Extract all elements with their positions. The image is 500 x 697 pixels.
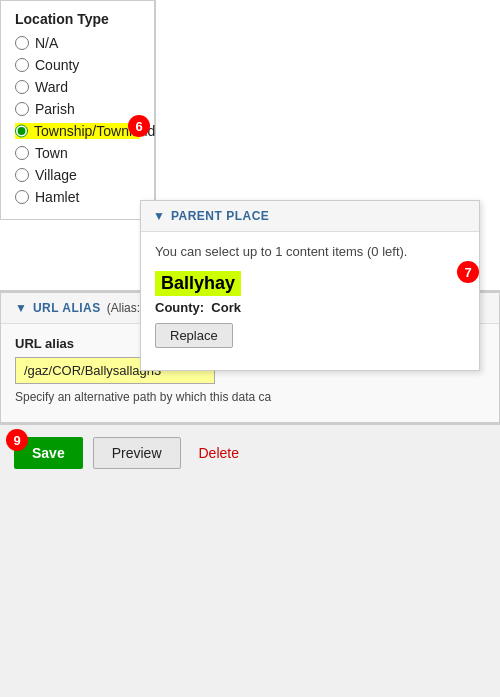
- delete-button[interactable]: Delete: [191, 438, 247, 468]
- radio-town-input[interactable]: [15, 146, 29, 160]
- radio-county[interactable]: County: [15, 57, 140, 73]
- radio-na[interactable]: N/A: [15, 35, 140, 51]
- parent-place-hint: You can select up to 1 content items (0 …: [155, 244, 465, 259]
- parent-place-body: You can select up to 1 content items (0 …: [141, 232, 479, 370]
- location-type-panel: Location Type N/A County Ward: [0, 0, 155, 220]
- radio-group: N/A County Ward Parish: [15, 35, 140, 205]
- radio-parish-input[interactable]: [15, 102, 29, 116]
- radio-ward[interactable]: Ward: [15, 79, 140, 95]
- radio-town-label: Town: [35, 145, 68, 161]
- location-type-title: Location Type: [15, 11, 140, 27]
- badge-6: 6: [128, 115, 150, 137]
- radio-na-input[interactable]: [15, 36, 29, 50]
- radio-county-label: County: [35, 57, 79, 73]
- parent-place-header: ▼ PARENT PLACE: [141, 201, 479, 232]
- radio-parish-label: Parish: [35, 101, 75, 117]
- url-alias-collapse-icon[interactable]: ▼: [15, 301, 27, 315]
- radio-county-input[interactable]: [15, 58, 29, 72]
- main-container: Location Type N/A County Ward: [0, 0, 500, 481]
- radio-hamlet[interactable]: Hamlet: [15, 189, 140, 205]
- collapse-triangle-icon[interactable]: ▼: [153, 209, 165, 223]
- top-section: Location Type N/A County Ward: [0, 0, 500, 292]
- badge-9: 9: [6, 429, 28, 451]
- radio-township-input[interactable]: [15, 124, 28, 138]
- place-county: County: Cork: [155, 300, 465, 315]
- county-label: County:: [155, 300, 204, 315]
- county-value: Cork: [211, 300, 241, 315]
- place-name: Ballyhay: [155, 271, 241, 296]
- url-alias-title: URL ALIAS: [33, 301, 101, 315]
- parent-place-title: PARENT PLACE: [171, 209, 269, 223]
- radio-ward-input[interactable]: [15, 80, 29, 94]
- place-item: Ballyhay 7 County: Cork Replace: [155, 271, 465, 348]
- radio-township[interactable]: Township/Townland 6: [15, 123, 140, 139]
- radio-na-label: N/A: [35, 35, 58, 51]
- radio-village[interactable]: Village: [15, 167, 140, 183]
- radio-village-input[interactable]: [15, 168, 29, 182]
- save-wrapper: 9 Save: [14, 437, 83, 469]
- radio-village-label: Village: [35, 167, 77, 183]
- radio-parish[interactable]: Parish: [15, 101, 140, 117]
- badge-7: 7: [457, 261, 479, 283]
- preview-button[interactable]: Preview: [93, 437, 181, 469]
- parent-place-panel: ▼ PARENT PLACE You can select up to 1 co…: [140, 200, 480, 371]
- url-alias-description: Specify an alternative path by which thi…: [15, 390, 485, 404]
- radio-hamlet-label: Hamlet: [35, 189, 79, 205]
- bottom-toolbar: 9 Save Preview Delete: [0, 423, 500, 481]
- replace-button[interactable]: Replace: [155, 323, 233, 348]
- radio-hamlet-input[interactable]: [15, 190, 29, 204]
- left-column: Location Type N/A County Ward: [0, 0, 155, 290]
- radio-town[interactable]: Town: [15, 145, 140, 161]
- radio-ward-label: Ward: [35, 79, 68, 95]
